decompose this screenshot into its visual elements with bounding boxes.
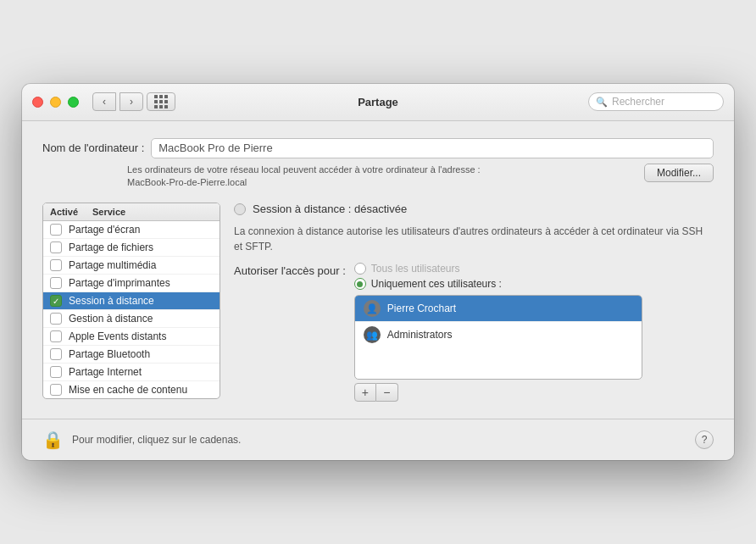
access-row: Autoriser l'accès pour : Tous les utilis… <box>234 263 714 402</box>
user-name-administrators: Administrators <box>387 329 453 341</box>
status-indicator <box>234 203 246 215</box>
service-name-bluetooth-sharing: Partage Bluetooth <box>69 348 150 360</box>
services-panel: Activé Service Partage d'écran Partage d… <box>42 203 220 402</box>
window-title: Partage <box>358 96 398 108</box>
status-text: Session à distance : désactivée <box>253 203 407 215</box>
service-checkbox-printer-sharing[interactable] <box>50 277 62 289</box>
search-placeholder: Rechercher <box>612 96 664 108</box>
service-col-header: Service <box>92 207 125 217</box>
computer-name-label: Nom de l'ordinateur : <box>42 142 144 154</box>
service-item-internet-sharing[interactable]: Partage Internet <box>43 364 220 381</box>
forward-button[interactable]: › <box>120 92 143 111</box>
user-item-administrators[interactable]: 👥 Administrators <box>355 322 642 347</box>
service-checkbox-remote-management[interactable] <box>50 313 62 325</box>
help-button[interactable]: ? <box>695 430 714 449</box>
service-name-screen-sharing: Partage d'écran <box>69 224 140 236</box>
service-checkbox-media-sharing[interactable] <box>50 259 62 271</box>
grid-icon <box>154 95 168 108</box>
description-text: La connexion à distance autorise les uti… <box>234 224 714 254</box>
service-name-file-sharing: Partage de fichiers <box>69 241 153 253</box>
details-panel: Session à distance : désactivée La conne… <box>234 203 714 402</box>
only-users-label: Uniquement ces utilisateurs : <box>371 278 502 290</box>
address-row: Les ordinateurs de votre réseau local pe… <box>42 164 714 190</box>
service-name-remote-session: Session à distance <box>69 295 154 307</box>
all-users-radio[interactable] <box>354 263 366 275</box>
lock-icon: 🔒 <box>42 430 64 450</box>
service-item-file-sharing[interactable]: Partage de fichiers <box>43 239 220 257</box>
access-label: Autoriser l'accès pour : <box>234 263 346 277</box>
service-name-printer-sharing: Partage d'imprimantes <box>69 277 170 289</box>
user-icon-administrators: 👥 <box>364 326 381 343</box>
service-item-apple-events[interactable]: Apple Events distants <box>43 328 220 346</box>
footer: 🔒 Pour modifier, cliquez sur le cadenas.… <box>22 419 734 460</box>
close-button[interactable] <box>32 97 43 108</box>
status-row: Session à distance : désactivée <box>234 203 714 215</box>
service-name-content-caching: Mise en cache de contenu <box>69 384 187 396</box>
access-options: Tous les utilisateurs Uniquement ces uti… <box>354 263 642 402</box>
service-item-content-caching[interactable]: Mise en cache de contenu <box>43 381 220 398</box>
main-window: ‹ › Partage 🔍 Rechercher Nom de l'ordina… <box>22 84 734 461</box>
service-item-media-sharing[interactable]: Partage multimédia <box>43 257 220 275</box>
service-item-remote-management[interactable]: Gestion à distance <box>43 310 220 328</box>
computer-name-input[interactable] <box>151 138 714 158</box>
user-name-pierre: Pierre Crochart <box>387 303 456 314</box>
add-user-button[interactable]: + <box>354 383 376 402</box>
list-controls: + − <box>354 383 642 402</box>
active-col-header: Activé <box>50 207 92 217</box>
service-checkbox-internet-sharing[interactable] <box>50 366 62 378</box>
services-table: Activé Service Partage d'écran Partage d… <box>42 203 220 399</box>
search-icon: 🔍 <box>596 97 608 108</box>
traffic-lights <box>32 97 79 108</box>
services-header: Activé Service <box>43 203 220 221</box>
service-checkbox-screen-sharing[interactable] <box>50 224 62 236</box>
user-icon-pierre: 👤 <box>364 300 381 317</box>
service-name-internet-sharing: Partage Internet <box>69 366 142 378</box>
service-item-screen-sharing[interactable]: Partage d'écran <box>43 221 220 239</box>
user-item-pierre[interactable]: 👤 Pierre Crochart <box>355 296 642 322</box>
minimize-button[interactable] <box>50 97 61 108</box>
grid-button[interactable] <box>147 92 175 111</box>
only-users-radio[interactable] <box>354 278 366 290</box>
footer-text: Pour modifier, cliquez sur le cadenas. <box>72 434 687 446</box>
service-name-remote-management: Gestion à distance <box>69 313 153 325</box>
service-checkbox-apple-events[interactable] <box>50 330 62 342</box>
main-content: Activé Service Partage d'écran Partage d… <box>42 203 714 402</box>
modify-button[interactable]: Modifier... <box>644 164 714 182</box>
service-item-remote-session[interactable]: Session à distance <box>43 292 220 310</box>
content-area: Nom de l'ordinateur : Les ordinateurs de… <box>22 121 734 419</box>
users-list: 👤 Pierre Crochart 👥 Administrators <box>354 295 642 380</box>
service-item-printer-sharing[interactable]: Partage d'imprimantes <box>43 275 220 292</box>
address-text: Les ordinateurs de votre réseau local pe… <box>127 164 634 190</box>
local-address: MacBook-Pro-de-Pierre.local <box>127 177 247 187</box>
service-name-apple-events: Apple Events distants <box>69 330 166 342</box>
service-checkbox-content-caching[interactable] <box>50 384 62 396</box>
all-users-radio-row[interactable]: Tous les utilisateurs <box>354 263 642 275</box>
computer-name-row: Nom de l'ordinateur : <box>42 138 714 158</box>
remove-user-button[interactable]: − <box>376 383 398 402</box>
search-box[interactable]: 🔍 Rechercher <box>588 92 724 111</box>
service-checkbox-file-sharing[interactable] <box>50 241 62 253</box>
service-checkbox-bluetooth-sharing[interactable] <box>50 348 62 360</box>
only-users-radio-row[interactable]: Uniquement ces utilisateurs : <box>354 278 642 290</box>
service-name-media-sharing: Partage multimédia <box>69 259 156 271</box>
back-button[interactable]: ‹ <box>92 92 116 111</box>
all-users-label: Tous les utilisateurs <box>371 263 460 275</box>
nav-buttons: ‹ › <box>92 92 143 111</box>
service-item-bluetooth-sharing[interactable]: Partage Bluetooth <box>43 346 220 364</box>
maximize-button[interactable] <box>68 97 79 108</box>
users-container: 👤 Pierre Crochart 👥 Administrators + <box>354 293 642 402</box>
titlebar: ‹ › Partage 🔍 Rechercher <box>22 84 734 121</box>
service-checkbox-remote-session[interactable] <box>50 295 62 307</box>
